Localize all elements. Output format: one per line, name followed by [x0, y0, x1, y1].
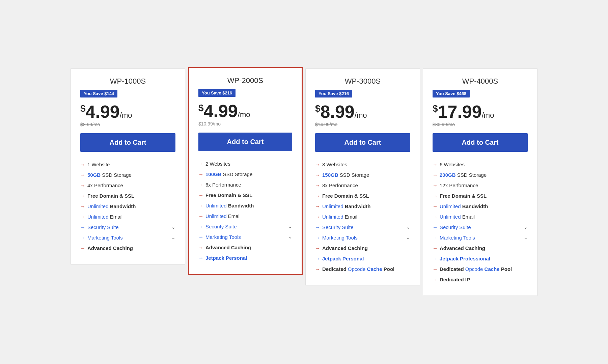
- features-list: →6 Websites→200GB SSD Storage→12x Perfor…: [433, 159, 528, 285]
- arrow-icon: →: [80, 162, 85, 167]
- feature-text: Marketing Tools: [205, 234, 288, 240]
- arrow-icon: →: [315, 256, 320, 261]
- arrow-icon: →: [433, 277, 438, 282]
- arrow-icon: →: [198, 182, 203, 188]
- feature-text: Advanced Caching: [205, 245, 292, 250]
- chevron-down-icon[interactable]: ⌄: [406, 224, 410, 230]
- plan-title: WP-4000S: [433, 77, 528, 86]
- pricing-grid: WP-1000SYou Save $144$4.99/mo$8.99/moAdd…: [7, 67, 601, 297]
- arrow-icon: →: [80, 193, 85, 199]
- feature-text: Unlimited Bandwidth: [87, 203, 175, 209]
- feature-item: →Advanced Caching: [198, 242, 292, 253]
- chevron-down-icon[interactable]: ⌄: [288, 224, 292, 229]
- feature-text: 200GB SSD Storage: [440, 172, 528, 178]
- arrow-icon: →: [315, 224, 320, 230]
- feature-text: Marketing Tools: [87, 235, 171, 241]
- feature-item: →4x Performance: [80, 180, 175, 191]
- feature-text: Dedicated IP: [440, 277, 528, 282]
- arrow-icon: →: [433, 172, 438, 178]
- feature-item: →Unlimited Email: [315, 212, 410, 222]
- features-list: →3 Websites→150GB SSD Storage→8x Perform…: [315, 159, 410, 274]
- feature-text: 12x Performance: [440, 183, 528, 188]
- feature-item: →Free Domain & SSL: [198, 190, 292, 200]
- feature-item: →Security Suite⌄: [80, 222, 175, 232]
- chevron-down-icon[interactable]: ⌄: [171, 235, 175, 240]
- feature-item: →Unlimited Bandwidth: [433, 201, 528, 212]
- feature-item: →Security Suite⌄: [433, 222, 528, 232]
- plan-title: WP-2000S: [198, 76, 292, 85]
- arrow-icon: →: [433, 266, 438, 272]
- features-list: →2 Websites→100GB SSD Storage→6x Perform…: [198, 159, 292, 263]
- arrow-icon: →: [433, 162, 438, 167]
- feature-item: →Unlimited Email: [80, 212, 175, 222]
- add-to-cart-button[interactable]: Add to Cart: [315, 133, 410, 152]
- arrow-icon: →: [315, 162, 320, 167]
- feature-text: Unlimited Bandwidth: [440, 203, 528, 209]
- feature-item: →Unlimited Email: [433, 212, 528, 222]
- feature-item: →1 Website: [80, 159, 175, 170]
- feature-item: →3 Websites: [315, 159, 410, 170]
- chevron-down-icon[interactable]: ⌄: [524, 235, 528, 240]
- feature-text: 100GB SSD Storage: [205, 171, 292, 177]
- feature-text: Free Domain & SSL: [205, 192, 292, 198]
- feature-item: →12x Performance: [433, 180, 528, 191]
- feature-text: Marketing Tools: [440, 235, 524, 241]
- plan-card-wp1000s: WP-1000SYou Save $144$4.99/mo$8.99/moAdd…: [71, 68, 185, 264]
- arrow-icon: →: [433, 183, 438, 188]
- chevron-down-icon[interactable]: ⌄: [171, 224, 175, 230]
- feature-text: Advanced Caching: [440, 245, 528, 251]
- arrow-icon: →: [198, 245, 203, 250]
- feature-text: 6 Websites: [440, 162, 528, 167]
- arrow-icon: →: [198, 224, 203, 229]
- arrow-icon: →: [315, 203, 320, 209]
- feature-text: Jetpack Personal: [205, 255, 292, 261]
- arrow-icon: →: [315, 214, 320, 220]
- feature-text: Unlimited Email: [205, 213, 292, 219]
- features-list: →1 Website→50GB SSD Storage→4x Performan…: [80, 159, 175, 253]
- arrow-icon: →: [80, 172, 85, 178]
- feature-item: →Jetpack Professional: [433, 253, 528, 264]
- feature-item: →Free Domain & SSL: [433, 191, 528, 201]
- feature-text: Dedicated Opcode Cache Pool: [322, 266, 410, 272]
- savings-badge: You Save $144: [80, 90, 117, 97]
- chevron-down-icon[interactable]: ⌄: [288, 234, 292, 240]
- chevron-down-icon[interactable]: ⌄: [524, 224, 528, 230]
- add-to-cart-button[interactable]: Add to Cart: [198, 133, 292, 151]
- add-to-cart-button[interactable]: Add to Cart: [433, 133, 528, 152]
- arrow-icon: →: [315, 266, 320, 272]
- feature-item: →Unlimited Email: [198, 211, 292, 221]
- feature-item: →Security Suite⌄: [198, 221, 292, 232]
- feature-text: Security Suite: [205, 224, 288, 229]
- plan-price: $17.99/mo: [433, 103, 528, 120]
- feature-text: 4x Performance: [87, 183, 175, 188]
- arrow-icon: →: [198, 234, 203, 240]
- feature-item: →Dedicated Opcode Cache Pool: [315, 264, 410, 274]
- plan-price: $8.99/mo: [315, 103, 410, 120]
- feature-item: →Advanced Caching: [315, 243, 410, 253]
- arrow-icon: →: [315, 193, 320, 199]
- feature-item: →Unlimited Bandwidth: [80, 201, 175, 212]
- feature-text: Free Domain & SSL: [322, 193, 410, 199]
- arrow-icon: →: [433, 245, 438, 251]
- feature-item: →6 Websites: [433, 159, 528, 170]
- add-to-cart-button[interactable]: Add to Cart: [80, 133, 175, 152]
- feature-text: Free Domain & SSL: [440, 193, 528, 199]
- original-price: $14.99/mo: [315, 122, 410, 127]
- feature-text: Marketing Tools: [322, 235, 406, 241]
- plan-card-wp2000s: WP-2000SYou Save $216$4.99/mo$10.99/moAd…: [188, 67, 303, 275]
- chevron-down-icon[interactable]: ⌄: [406, 235, 410, 240]
- feature-item: →Free Domain & SSL: [80, 191, 175, 201]
- arrow-icon: →: [198, 161, 203, 167]
- arrow-icon: →: [433, 214, 438, 220]
- arrow-icon: →: [80, 214, 85, 220]
- feature-item: →Marketing Tools⌄: [80, 232, 175, 243]
- feature-text: Security Suite: [322, 224, 406, 230]
- feature-item: →6x Performance: [198, 179, 292, 190]
- arrow-icon: →: [198, 255, 203, 261]
- feature-text: Unlimited Email: [440, 214, 528, 220]
- plan-card-wp4000s: WP-4000SYou Save $468$17.99/mo$30.99/moA…: [423, 68, 537, 296]
- feature-text: Dedicated Opcode Cache Pool: [440, 266, 528, 272]
- feature-text: Unlimited Bandwidth: [205, 203, 292, 208]
- arrow-icon: →: [80, 183, 85, 188]
- feature-item: →100GB SSD Storage: [198, 169, 292, 179]
